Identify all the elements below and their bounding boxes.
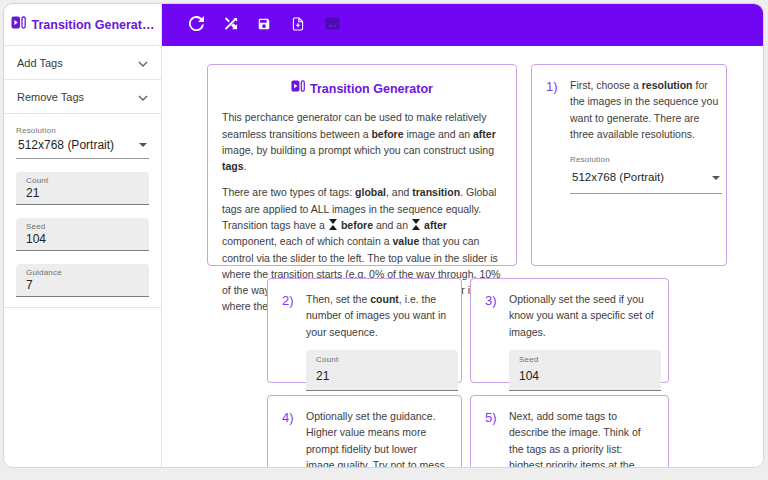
add-tags-label: Add Tags: [17, 57, 63, 69]
step-1-text: First, choose a resolution for the image…: [570, 79, 718, 140]
step-number: 1): [546, 77, 570, 253]
resolution-select[interactable]: 512x768 (Portrait): [16, 135, 149, 159]
dropdown-caret-icon: [139, 143, 147, 147]
step-number: 3): [485, 291, 509, 370]
step-3-seed-field[interactable]: Seed 104: [509, 350, 661, 391]
intro-title-label: Transition Generator: [310, 80, 433, 99]
app-window: Transition Generat… Add Tags Remove Tags…: [3, 3, 764, 468]
step-2-count-field[interactable]: Count 21: [306, 350, 458, 391]
count-value: 21: [26, 186, 139, 200]
count-field[interactable]: Count 21: [16, 172, 149, 205]
step-2-card: 2) Then, set the count, i.e. the number …: [267, 278, 462, 383]
guidance-value: 7: [26, 278, 139, 292]
chevron-down-icon: [138, 57, 148, 69]
intro-card: Transition Generator This perchance gene…: [207, 64, 517, 266]
count-label: Count: [26, 176, 139, 185]
sidebar-item-remove-tags[interactable]: Remove Tags: [4, 80, 161, 114]
step-2-text: Then, set the count, i.e. the number of …: [306, 293, 446, 338]
remove-tags-label: Remove Tags: [17, 91, 84, 103]
transition-generator-icon: [11, 15, 26, 34]
hourglass-before-icon: [329, 219, 337, 230]
sidebar-divider: [4, 307, 161, 308]
step-4-card: 4) Optionally set the guidance. Higher v…: [267, 395, 462, 467]
seed-value: 104: [26, 232, 139, 246]
export-image-icon-disabled: [325, 17, 340, 33]
transition-generator-icon: [291, 79, 305, 99]
shuffle-button[interactable]: [218, 13, 242, 37]
chevron-down-icon: [138, 91, 148, 103]
step-5-paragraph-1: Next, add some tags to describe the imag…: [509, 408, 654, 467]
intro-card-title: Transition Generator: [222, 79, 502, 99]
toolbar: [162, 4, 763, 46]
seed-label: Seed: [519, 354, 651, 366]
seed-value: 104: [519, 367, 651, 386]
step-number: 5): [485, 408, 509, 467]
guidance-field[interactable]: Guidance 7: [16, 264, 149, 297]
main-content: Transition Generator This perchance gene…: [162, 46, 763, 467]
sidebar-app-title[interactable]: Transition Generat…: [4, 4, 161, 46]
step-3-text: Optionally set the seed if you know you …: [509, 293, 654, 338]
hourglass-after-icon: [412, 219, 420, 230]
seed-field[interactable]: Seed 104: [16, 218, 149, 251]
dropdown-caret-icon: [712, 176, 720, 180]
new-file-button[interactable]: [286, 13, 310, 37]
shuffle-icon: [223, 16, 238, 34]
sidebar-item-add-tags[interactable]: Add Tags: [4, 46, 161, 80]
count-value: 21: [316, 367, 448, 386]
step-1-card: 1) First, choose a resolution for the im…: [531, 64, 727, 266]
resolution-label: Resolution: [16, 126, 149, 135]
step-5-card: 5) Next, add some tags to describe the i…: [470, 395, 669, 467]
refresh-icon: [189, 16, 204, 34]
step-4-text: Optionally set the guidance. Higher valu…: [306, 410, 445, 467]
seed-label: Seed: [26, 222, 139, 231]
resolution-label: Resolution: [570, 154, 722, 166]
resolution-value: 512x768 (Portrait): [18, 138, 114, 152]
refresh-button[interactable]: [184, 13, 208, 37]
intro-paragraph-1: This perchance generator can be used to …: [222, 109, 502, 174]
guidance-label: Guidance: [26, 268, 139, 277]
step-1-resolution-select[interactable]: 512x768 (Portrait): [570, 166, 722, 194]
new-file-icon: [291, 17, 305, 34]
step-3-card: 3) Optionally set the seed if you know y…: [470, 278, 669, 383]
step-number: 4): [282, 408, 306, 467]
sidebar-title-label: Transition Generat…: [32, 18, 155, 32]
export-image-button[interactable]: [320, 13, 344, 37]
step-number: 2): [282, 291, 306, 370]
save-icon: [257, 17, 271, 34]
count-label: Count: [316, 354, 448, 366]
resolution-value: 512x768 (Portrait): [572, 169, 664, 187]
save-button[interactable]: [252, 13, 276, 37]
sidebar: Transition Generat… Add Tags Remove Tags…: [4, 4, 162, 467]
